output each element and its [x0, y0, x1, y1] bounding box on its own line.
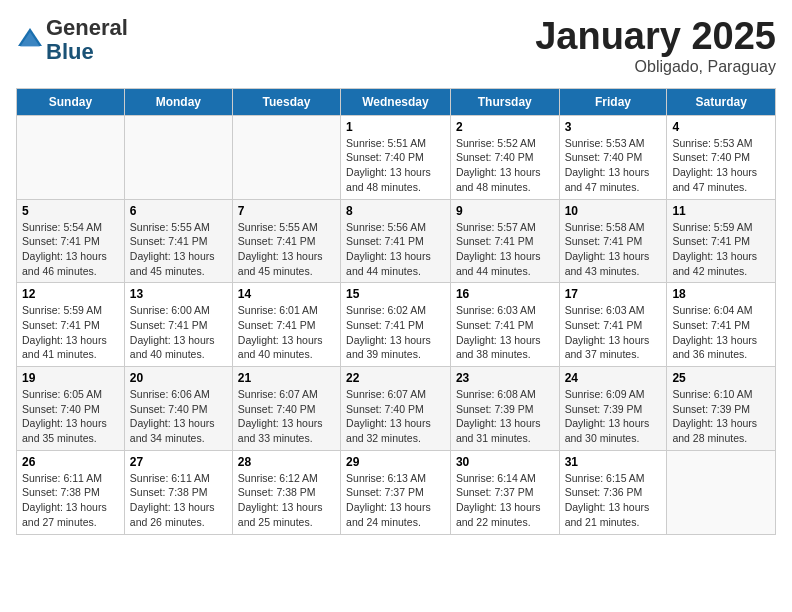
day-number: 27	[130, 455, 227, 469]
calendar-cell: 29Sunrise: 6:13 AM Sunset: 7:37 PM Dayli…	[341, 450, 451, 534]
day-number: 14	[238, 287, 335, 301]
calendar-cell: 31Sunrise: 6:15 AM Sunset: 7:36 PM Dayli…	[559, 450, 667, 534]
calendar-week-3: 19Sunrise: 6:05 AM Sunset: 7:40 PM Dayli…	[17, 367, 776, 451]
col-header-tuesday: Tuesday	[232, 88, 340, 115]
day-number: 25	[672, 371, 770, 385]
calendar-table: SundayMondayTuesdayWednesdayThursdayFrid…	[16, 88, 776, 535]
calendar-cell: 18Sunrise: 6:04 AM Sunset: 7:41 PM Dayli…	[667, 283, 776, 367]
day-number: 6	[130, 204, 227, 218]
calendar-cell	[17, 115, 125, 199]
day-info: Sunrise: 6:06 AM Sunset: 7:40 PM Dayligh…	[130, 387, 227, 446]
calendar-cell: 11Sunrise: 5:59 AM Sunset: 7:41 PM Dayli…	[667, 199, 776, 283]
day-info: Sunrise: 5:58 AM Sunset: 7:41 PM Dayligh…	[565, 220, 662, 279]
col-header-saturday: Saturday	[667, 88, 776, 115]
day-info: Sunrise: 5:57 AM Sunset: 7:41 PM Dayligh…	[456, 220, 554, 279]
calendar-cell: 9Sunrise: 5:57 AM Sunset: 7:41 PM Daylig…	[450, 199, 559, 283]
calendar-cell: 4Sunrise: 5:53 AM Sunset: 7:40 PM Daylig…	[667, 115, 776, 199]
calendar-header-row: SundayMondayTuesdayWednesdayThursdayFrid…	[17, 88, 776, 115]
day-info: Sunrise: 5:53 AM Sunset: 7:40 PM Dayligh…	[565, 136, 662, 195]
day-number: 4	[672, 120, 770, 134]
day-number: 28	[238, 455, 335, 469]
logo-icon	[16, 26, 44, 54]
calendar-cell	[124, 115, 232, 199]
col-header-friday: Friday	[559, 88, 667, 115]
day-info: Sunrise: 5:55 AM Sunset: 7:41 PM Dayligh…	[238, 220, 335, 279]
day-info: Sunrise: 6:12 AM Sunset: 7:38 PM Dayligh…	[238, 471, 335, 530]
day-info: Sunrise: 6:04 AM Sunset: 7:41 PM Dayligh…	[672, 303, 770, 362]
day-number: 5	[22, 204, 119, 218]
day-number: 19	[22, 371, 119, 385]
day-number: 23	[456, 371, 554, 385]
calendar-cell: 26Sunrise: 6:11 AM Sunset: 7:38 PM Dayli…	[17, 450, 125, 534]
day-info: Sunrise: 6:15 AM Sunset: 7:36 PM Dayligh…	[565, 471, 662, 530]
calendar-cell: 14Sunrise: 6:01 AM Sunset: 7:41 PM Dayli…	[232, 283, 340, 367]
day-number: 9	[456, 204, 554, 218]
calendar-cell: 3Sunrise: 5:53 AM Sunset: 7:40 PM Daylig…	[559, 115, 667, 199]
day-info: Sunrise: 5:54 AM Sunset: 7:41 PM Dayligh…	[22, 220, 119, 279]
day-info: Sunrise: 6:10 AM Sunset: 7:39 PM Dayligh…	[672, 387, 770, 446]
day-info: Sunrise: 5:55 AM Sunset: 7:41 PM Dayligh…	[130, 220, 227, 279]
calendar-cell: 13Sunrise: 6:00 AM Sunset: 7:41 PM Dayli…	[124, 283, 232, 367]
day-info: Sunrise: 6:14 AM Sunset: 7:37 PM Dayligh…	[456, 471, 554, 530]
day-number: 16	[456, 287, 554, 301]
day-number: 12	[22, 287, 119, 301]
calendar-cell: 20Sunrise: 6:06 AM Sunset: 7:40 PM Dayli…	[124, 367, 232, 451]
calendar-cell: 1Sunrise: 5:51 AM Sunset: 7:40 PM Daylig…	[341, 115, 451, 199]
calendar-subtitle: Obligado, Paraguay	[535, 58, 776, 76]
logo-blue-text: Blue	[46, 39, 94, 64]
day-info: Sunrise: 6:09 AM Sunset: 7:39 PM Dayligh…	[565, 387, 662, 446]
day-number: 18	[672, 287, 770, 301]
day-number: 13	[130, 287, 227, 301]
calendar-body: 1Sunrise: 5:51 AM Sunset: 7:40 PM Daylig…	[17, 115, 776, 534]
col-header-thursday: Thursday	[450, 88, 559, 115]
calendar-cell: 2Sunrise: 5:52 AM Sunset: 7:40 PM Daylig…	[450, 115, 559, 199]
day-info: Sunrise: 6:05 AM Sunset: 7:40 PM Dayligh…	[22, 387, 119, 446]
day-info: Sunrise: 5:53 AM Sunset: 7:40 PM Dayligh…	[672, 136, 770, 195]
day-number: 15	[346, 287, 445, 301]
col-header-sunday: Sunday	[17, 88, 125, 115]
title-block: January 2025 Obligado, Paraguay	[535, 16, 776, 76]
calendar-week-0: 1Sunrise: 5:51 AM Sunset: 7:40 PM Daylig…	[17, 115, 776, 199]
calendar-cell: 16Sunrise: 6:03 AM Sunset: 7:41 PM Dayli…	[450, 283, 559, 367]
day-info: Sunrise: 6:13 AM Sunset: 7:37 PM Dayligh…	[346, 471, 445, 530]
day-info: Sunrise: 6:11 AM Sunset: 7:38 PM Dayligh…	[130, 471, 227, 530]
calendar-week-2: 12Sunrise: 5:59 AM Sunset: 7:41 PM Dayli…	[17, 283, 776, 367]
calendar-cell: 12Sunrise: 5:59 AM Sunset: 7:41 PM Dayli…	[17, 283, 125, 367]
calendar-cell: 27Sunrise: 6:11 AM Sunset: 7:38 PM Dayli…	[124, 450, 232, 534]
calendar-cell: 10Sunrise: 5:58 AM Sunset: 7:41 PM Dayli…	[559, 199, 667, 283]
day-info: Sunrise: 6:02 AM Sunset: 7:41 PM Dayligh…	[346, 303, 445, 362]
logo: General Blue	[16, 16, 128, 64]
col-header-monday: Monday	[124, 88, 232, 115]
day-info: Sunrise: 6:01 AM Sunset: 7:41 PM Dayligh…	[238, 303, 335, 362]
day-number: 3	[565, 120, 662, 134]
calendar-week-4: 26Sunrise: 6:11 AM Sunset: 7:38 PM Dayli…	[17, 450, 776, 534]
day-number: 30	[456, 455, 554, 469]
calendar-cell: 8Sunrise: 5:56 AM Sunset: 7:41 PM Daylig…	[341, 199, 451, 283]
day-number: 10	[565, 204, 662, 218]
calendar-cell: 21Sunrise: 6:07 AM Sunset: 7:40 PM Dayli…	[232, 367, 340, 451]
calendar-week-1: 5Sunrise: 5:54 AM Sunset: 7:41 PM Daylig…	[17, 199, 776, 283]
page-header: General Blue January 2025 Obligado, Para…	[16, 16, 776, 76]
calendar-cell: 5Sunrise: 5:54 AM Sunset: 7:41 PM Daylig…	[17, 199, 125, 283]
calendar-cell: 7Sunrise: 5:55 AM Sunset: 7:41 PM Daylig…	[232, 199, 340, 283]
calendar-title: January 2025	[535, 16, 776, 58]
day-info: Sunrise: 5:56 AM Sunset: 7:41 PM Dayligh…	[346, 220, 445, 279]
calendar-cell: 19Sunrise: 6:05 AM Sunset: 7:40 PM Dayli…	[17, 367, 125, 451]
day-info: Sunrise: 6:07 AM Sunset: 7:40 PM Dayligh…	[238, 387, 335, 446]
logo-general-text: General	[46, 15, 128, 40]
calendar-cell: 15Sunrise: 6:02 AM Sunset: 7:41 PM Dayli…	[341, 283, 451, 367]
day-number: 29	[346, 455, 445, 469]
calendar-cell	[232, 115, 340, 199]
day-info: Sunrise: 5:59 AM Sunset: 7:41 PM Dayligh…	[672, 220, 770, 279]
day-number: 24	[565, 371, 662, 385]
col-header-wednesday: Wednesday	[341, 88, 451, 115]
day-number: 21	[238, 371, 335, 385]
day-info: Sunrise: 6:07 AM Sunset: 7:40 PM Dayligh…	[346, 387, 445, 446]
day-info: Sunrise: 6:03 AM Sunset: 7:41 PM Dayligh…	[565, 303, 662, 362]
calendar-cell: 23Sunrise: 6:08 AM Sunset: 7:39 PM Dayli…	[450, 367, 559, 451]
day-info: Sunrise: 6:08 AM Sunset: 7:39 PM Dayligh…	[456, 387, 554, 446]
day-info: Sunrise: 6:03 AM Sunset: 7:41 PM Dayligh…	[456, 303, 554, 362]
calendar-cell: 30Sunrise: 6:14 AM Sunset: 7:37 PM Dayli…	[450, 450, 559, 534]
day-number: 2	[456, 120, 554, 134]
day-number: 26	[22, 455, 119, 469]
